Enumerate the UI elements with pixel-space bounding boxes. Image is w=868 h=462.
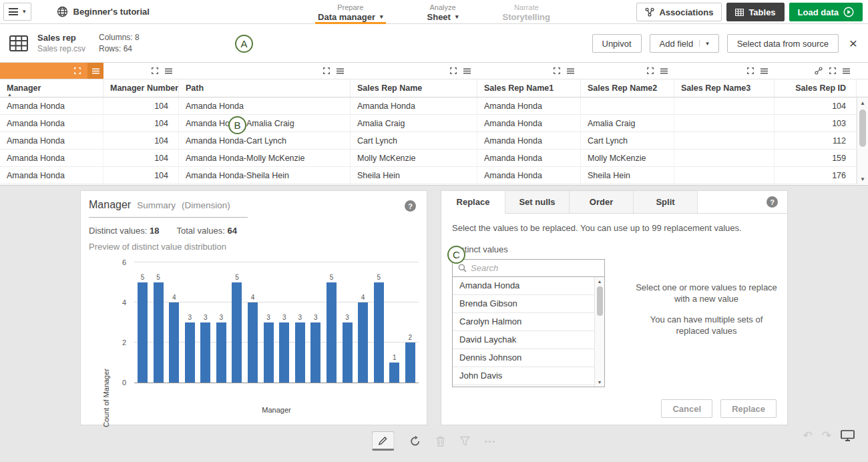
- expand-icon[interactable]: [74, 67, 81, 74]
- expand-icon[interactable]: [554, 67, 560, 74]
- table-cell[interactable]: Sheila Hein: [581, 167, 674, 184]
- table-cell[interactable]: Amalia Craig: [351, 115, 477, 132]
- table-cell[interactable]: Amanda Honda: [0, 150, 103, 167]
- expand-icon[interactable]: [323, 67, 330, 74]
- table-name[interactable]: Sales rep: [37, 32, 85, 43]
- table-cell[interactable]: Amanda Honda: [477, 97, 581, 115]
- table-cell[interactable]: 104: [103, 167, 179, 184]
- table-cell[interactable]: [674, 115, 775, 132]
- table-cell[interactable]: [674, 150, 775, 167]
- app-title[interactable]: Beginner's tutorial: [73, 7, 150, 17]
- tab-order[interactable]: Order: [570, 191, 634, 214]
- table-cell[interactable]: 176: [775, 167, 857, 184]
- table-cell[interactable]: 159: [775, 150, 857, 167]
- table-cell[interactable]: 104: [103, 97, 179, 115]
- close-icon[interactable]: ×: [849, 37, 857, 49]
- reload-icon[interactable]: [409, 435, 421, 447]
- table-cell[interactable]: 104: [103, 150, 179, 167]
- expand-icon[interactable]: [829, 67, 836, 74]
- tab-replace[interactable]: Replace: [441, 191, 505, 214]
- list-item[interactable]: Dennis Johnson: [453, 349, 595, 367]
- nav-data-manager[interactable]: PrepareData manager▾: [315, 0, 386, 24]
- table-cell[interactable]: [674, 97, 775, 115]
- tables-button[interactable]: Tables: [726, 3, 784, 21]
- table-cell[interactable]: Molly McKenzie: [351, 150, 477, 167]
- list-item[interactable]: John Davis: [453, 367, 595, 385]
- column-header-path[interactable]: Path: [179, 79, 351, 97]
- chevron-down-icon[interactable]: ▾: [699, 40, 709, 47]
- help-icon[interactable]: ?: [767, 196, 778, 208]
- table-cell[interactable]: Amanda Honda: [477, 132, 581, 150]
- expand-icon[interactable]: [152, 67, 158, 74]
- associations-button[interactable]: Associations: [636, 3, 722, 21]
- table-cell[interactable]: 104: [103, 115, 179, 132]
- table-vertical-scrollbar[interactable]: ▲ ▼: [857, 98, 868, 184]
- scroll-up-icon[interactable]: ▲: [857, 100, 868, 106]
- column-menu-icon[interactable]: [567, 68, 574, 74]
- column-menu-icon[interactable]: [337, 68, 344, 74]
- nav-sheet[interactable]: AnalyzeSheet▾: [425, 0, 461, 24]
- global-menu-button[interactable]: ▾: [3, 3, 31, 21]
- expand-icon[interactable]: [450, 67, 457, 74]
- cancel-button[interactable]: Cancel: [661, 399, 712, 418]
- scroll-down-icon[interactable]: ▼: [595, 380, 604, 385]
- column-header-sales-rep-name[interactable]: Sales Rep Name: [351, 79, 477, 97]
- table-cell[interactable]: Molly McKenzie: [581, 150, 674, 167]
- column-menu-icon[interactable]: [463, 68, 471, 74]
- expand-icon[interactable]: [647, 67, 654, 74]
- scrollbar-thumb[interactable]: [859, 109, 866, 147]
- table-cell[interactable]: Amanda Honda: [477, 167, 581, 184]
- scrollbar-thumb[interactable]: [597, 286, 603, 316]
- table-cell[interactable]: Cart Lynch: [351, 132, 477, 150]
- table-cell[interactable]: 104: [775, 97, 857, 115]
- table-cell[interactable]: [674, 167, 775, 184]
- table-cell[interactable]: Sheila Hein: [351, 167, 477, 184]
- table-cell[interactable]: Amanda Honda-Amalia Craig: [179, 115, 351, 132]
- list-item[interactable]: Amanda Honda: [453, 277, 595, 295]
- scroll-up-icon[interactable]: ▲: [595, 279, 604, 284]
- table-cell[interactable]: Amanda Honda: [0, 97, 103, 115]
- table-cell[interactable]: Amanda Honda: [0, 132, 103, 150]
- column-header-manager-number[interactable]: Manager Number: [103, 79, 179, 97]
- load-data-button[interactable]: Load data: [789, 3, 863, 21]
- column-menu-icon[interactable]: [843, 68, 850, 74]
- table-cell[interactable]: Amanda Honda-Sheila Hein: [179, 167, 351, 184]
- unpivot-button[interactable]: Unpivot: [592, 34, 642, 53]
- replace-button[interactable]: Replace: [720, 399, 777, 418]
- table-cell[interactable]: Amalia Craig: [581, 115, 674, 132]
- monitor-icon[interactable]: [841, 430, 855, 441]
- list-item[interactable]: Brenda Gibson: [453, 295, 595, 313]
- table-cell[interactable]: Amanda Honda: [179, 97, 351, 115]
- list-scrollbar[interactable]: ▲ ▼: [594, 277, 604, 387]
- column-header-sales-rep-name3[interactable]: Sales Rep Name3: [674, 79, 775, 97]
- column-menu-icon[interactable]: [761, 68, 768, 74]
- column-menu-icon[interactable]: [87, 63, 103, 79]
- column-header-sales-rep-id[interactable]: Sales Rep ID: [775, 79, 857, 97]
- table-cell[interactable]: 103: [775, 115, 857, 132]
- help-icon[interactable]: ?: [405, 200, 416, 212]
- tab-split[interactable]: Split: [634, 191, 698, 214]
- table-cell[interactable]: Amanda Honda: [0, 167, 103, 184]
- expand-icon[interactable]: [747, 67, 754, 74]
- table-cell[interactable]: Cart Lynch: [581, 132, 674, 150]
- table-cell[interactable]: Amanda Honda: [477, 150, 581, 167]
- table-cell[interactable]: [674, 132, 775, 150]
- column-header-sales-rep-name1[interactable]: Sales Rep Name1: [477, 79, 581, 97]
- table-cell[interactable]: 112: [775, 132, 857, 150]
- column-menu-icon[interactable]: [165, 68, 172, 74]
- select-data-from-source-button[interactable]: Select data from source: [727, 34, 839, 53]
- table-cell[interactable]: 104: [103, 132, 179, 150]
- search-input[interactable]: [471, 260, 604, 276]
- table-cell[interactable]: Amanda Honda-Molly McKenzie: [179, 150, 351, 167]
- table-cell[interactable]: Amanda Honda: [351, 97, 477, 115]
- add-field-button[interactable]: Add field ▾: [650, 34, 719, 53]
- list-item[interactable]: Carolyn Halmon: [453, 313, 595, 331]
- column-menu-icon[interactable]: [660, 68, 668, 74]
- table-cell[interactable]: Amanda Honda-Cart Lynch: [179, 132, 351, 150]
- table-cell[interactable]: Amanda Honda: [477, 115, 581, 132]
- scroll-down-icon[interactable]: ▼: [857, 176, 868, 182]
- list-item[interactable]: David Laychak: [453, 331, 595, 349]
- tab-set-nulls[interactable]: Set nulls: [505, 191, 570, 214]
- table-cell[interactable]: Amanda Honda: [0, 115, 103, 132]
- column-header-manager[interactable]: Manager▲: [0, 79, 103, 97]
